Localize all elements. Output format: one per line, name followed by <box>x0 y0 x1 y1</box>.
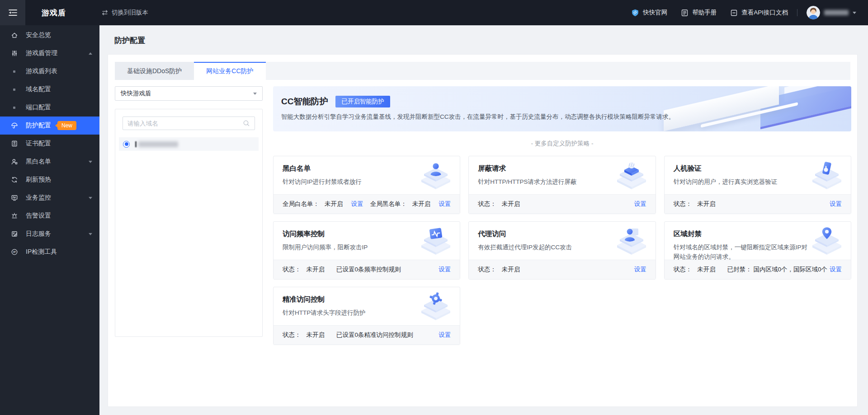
topbar-link-3[interactable]: 查看API接口文档 <box>730 9 788 17</box>
status-extra: 已设置0条精准访问控制规则 <box>336 331 413 339</box>
footer-status-group: 状态： 未开启 <box>478 266 520 274</box>
topbar: 游戏盾 切换到旧版本 快快官网 帮助手册 查看API接口文档 <box>0 0 868 25</box>
status-label: 状态： <box>674 266 692 274</box>
strategy-card-精准访问控制: 精准访问控制 针对HTTP请求头字段进行防护 状态： 未开启 已设置0条精准访问… <box>273 287 460 345</box>
card-title: 访问频率控制 <box>283 229 417 239</box>
smart-cc-banner: CC智能防护 已开启智能防护 智能大数据分析引擎自学习业务流量基线，发现并阻断新… <box>273 86 851 131</box>
domain-redacted <box>135 141 137 147</box>
status-value: 未开启 <box>502 200 520 208</box>
alarm-icon <box>10 212 18 219</box>
api-doc-icon <box>730 9 738 17</box>
sidebar-item-域名配置[interactable]: 域名配置 <box>0 80 99 98</box>
status-value: 未开启 <box>325 200 343 208</box>
status-value: 未开启 <box>307 331 325 339</box>
sidebar-toggle-button[interactable] <box>0 0 25 25</box>
app-title: 游戏盾 <box>42 8 66 18</box>
sidebar-item-label: 游戏盾列表 <box>26 67 57 75</box>
domain-list-panel <box>115 109 263 337</box>
page-title: 防护配置 <box>114 35 145 46</box>
sidebar-item-安全总览[interactable]: 安全总览 <box>0 26 99 44</box>
card-title: 精准访问控制 <box>283 295 417 304</box>
footer-status-group: 全局黑名单： 未开启 设置 <box>370 200 451 208</box>
username-redacted <box>824 10 849 15</box>
card-title: 代理访问 <box>478 229 612 239</box>
footer-status-group: 状态： 未开启 已设置0条频率控制规则 <box>283 266 401 274</box>
footer-status-group: 状态： 未开启 <box>674 200 716 208</box>
footer-status-group: 全局白名单： 未开启 设置 <box>283 200 363 208</box>
rate-limit-3d-icon <box>419 226 453 255</box>
sidebar-item-label: 刷新预热 <box>26 176 51 184</box>
chevron-up-icon <box>89 52 92 55</box>
sidebar-item-IP检测工具[interactable]: IPIP检测工具 <box>0 243 99 261</box>
strategy-card-访问频率控制: 访问频率控制 限制用户访问频率，阻断攻击IP 状态： 未开启 已设置0条频率控制… <box>273 221 460 280</box>
user-icon <box>10 158 18 165</box>
domain-search-input[interactable] <box>127 120 243 127</box>
umbrella-icon <box>10 122 18 129</box>
settings-link[interactable]: 设置 <box>351 200 363 208</box>
settings-link[interactable]: 设置 <box>830 266 842 274</box>
shield-select[interactable]: 快快游戏盾 <box>115 86 263 101</box>
domain-list-item[interactable] <box>119 137 259 151</box>
settings-link[interactable]: 设置 <box>439 266 451 274</box>
strategy-cards-grid: 黑白名单 针对访问IP进行封禁或者放行 全局白名单： 未开启 设置 全局黑名单：… <box>273 156 851 345</box>
settings-link[interactable]: 设置 <box>439 331 451 339</box>
card-description: 有效拦截通过代理IP发起的CC攻击 <box>478 243 612 252</box>
footer-status-group: 状态： 未开启 <box>478 200 520 208</box>
card-footer: 全局白名单： 未开启 设置 全局黑名单： 未开启 设置 <box>274 194 460 214</box>
settings-link[interactable]: 设置 <box>439 200 451 208</box>
sidebar-item-证书配置[interactable]: 证书配置 <box>0 135 99 153</box>
sidebar-item-游戏盾管理[interactable]: 游戏盾管理 <box>0 44 99 62</box>
status-value: 未开启 <box>502 266 520 274</box>
card-description: 针对访问IP进行封禁或者放行 <box>283 177 417 187</box>
main-card: 基础设施DDoS防护网站业务CC防护 快快游戏盾 <box>108 54 858 407</box>
tab-bar: 基础设施DDoS防护网站业务CC防护 <box>115 62 850 80</box>
card-description: 限制用户访问频率，阻断攻击IP <box>283 243 417 252</box>
proxy-access-3d-icon <box>615 226 648 255</box>
avatar <box>807 6 820 19</box>
sidebar-item-label: 业务监控 <box>26 194 51 202</box>
bullet-icon <box>10 89 18 91</box>
status-label: 状态： <box>283 331 301 339</box>
status-label: 状态： <box>478 266 496 274</box>
sidebar-item-游戏盾列表[interactable]: 游戏盾列表 <box>0 62 99 80</box>
topbar-link-1[interactable]: 快快官网 <box>631 9 667 17</box>
sidebar-item-label: 端口配置 <box>26 103 51 112</box>
status-value: 未开启 <box>697 200 716 208</box>
sidebar-item-告警设置[interactable]: 告警设置 <box>0 207 99 225</box>
status-label: 状态： <box>283 266 301 274</box>
more-strategies-divider: - 更多自定义防护策略 - <box>273 140 851 149</box>
blacklist-person-3d-icon <box>419 161 453 190</box>
sidebar-item-日志服务[interactable]: 日志服务 <box>0 225 99 243</box>
chevron-down-icon <box>89 197 92 199</box>
manual-icon <box>681 9 689 17</box>
tab-基础设施DDoS防护[interactable]: 基础设施DDoS防护 <box>115 62 194 80</box>
chevron-down-icon <box>853 12 856 14</box>
search-icon[interactable] <box>243 120 250 127</box>
region-block-3d-icon <box>810 226 844 255</box>
topbar-link-2[interactable]: 帮助手册 <box>681 9 717 17</box>
sidebar-item-label: 证书配置 <box>26 140 51 148</box>
user-menu[interactable] <box>807 6 856 19</box>
banner-description: 智能大数据分析引擎自学习业务流量基线，发现并阻断新型CC攻击，在流量异常时，基于… <box>273 107 851 121</box>
sidebar-item-label: 日志服务 <box>26 230 51 238</box>
sidebar-item-刷新预热[interactable]: 刷新预热 <box>0 171 99 189</box>
card-description: 针对HTTP/HTTPS请求方法进行屏蔽 <box>478 177 612 187</box>
status-value: 未开启 <box>307 266 325 274</box>
settings-link[interactable]: 设置 <box>830 200 842 208</box>
settings-link[interactable]: 设置 <box>634 266 646 274</box>
radio-selected[interactable] <box>123 141 130 148</box>
sidebar-item-黑白名单[interactable]: 黑白名单 <box>0 153 99 171</box>
precise-control-3d-icon <box>419 292 453 321</box>
topbar-right: 快快官网 帮助手册 查看API接口文档 <box>631 6 868 19</box>
settings-link[interactable]: 设置 <box>634 200 646 208</box>
sidebar: 安全总览游戏盾管理游戏盾列表域名配置端口配置防护配置New证书配置黑白名单刷新预… <box>0 25 99 415</box>
switch-old-version-button[interactable]: 切换到旧版本 <box>101 9 148 17</box>
sidebar-item-label: 黑白名单 <box>26 158 51 166</box>
sidebar-item-业务监控[interactable]: 业务监控 <box>0 189 99 207</box>
smart-protection-status-badge: 已开启智能防护 <box>335 96 390 107</box>
sidebar-item-端口配置[interactable]: 端口配置 <box>0 98 99 117</box>
block-request-3d-icon <box>615 161 648 190</box>
banner-title: CC智能防护 <box>281 96 328 107</box>
sidebar-item-防护配置[interactable]: 防护配置New <box>0 117 99 135</box>
tab-网站业务CC防护[interactable]: 网站业务CC防护 <box>194 62 265 80</box>
